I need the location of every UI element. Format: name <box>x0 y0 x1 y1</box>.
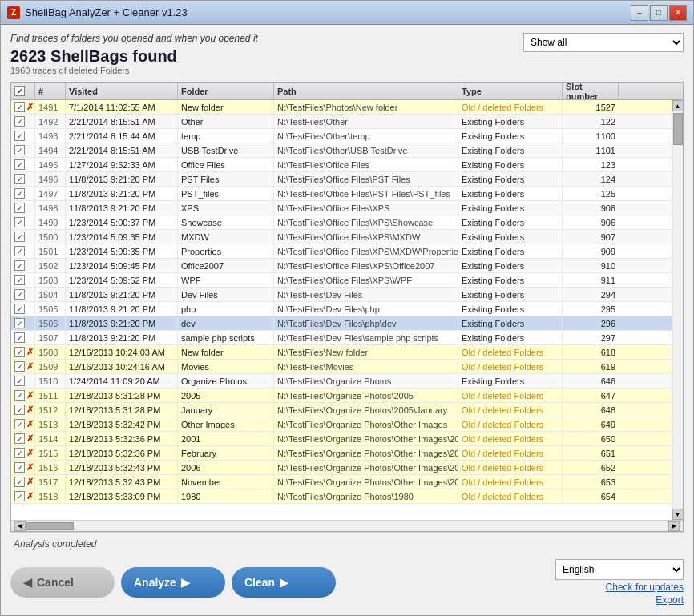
table-row[interactable]: ✓ ✗ 1518 12/18/2013 5:33:09 PM 1980 N:\T… <box>11 489 672 504</box>
row-checkbox[interactable]: ✓ <box>14 174 25 184</box>
table-row[interactable]: ✓ ✗ 1508 12/16/2013 10:24:03 AM New fold… <box>11 345 672 360</box>
row-check-cell[interactable]: ✓ <box>11 129 35 143</box>
table-row[interactable]: ✓ 1494 2/21/2014 8:15:51 AM USB TestDriv… <box>11 143 672 158</box>
header-checkbox[interactable]: ✓ <box>14 86 25 96</box>
row-checkbox[interactable]: ✓ <box>14 405 25 415</box>
row-checkbox[interactable]: ✓ <box>14 145 25 155</box>
row-checkbox[interactable]: ✓ <box>14 448 25 458</box>
table-row[interactable]: ✓ ✗ 1491 7/1/2014 11:02:55 AM New folder… <box>11 100 672 115</box>
th-visited[interactable]: Visited <box>66 83 178 99</box>
scroll-track[interactable] <box>673 111 683 509</box>
table-row[interactable]: ✓ 1492 2/21/2014 8:15:51 AM Other N:\Tes… <box>11 115 672 129</box>
row-checkbox[interactable]: ✓ <box>14 491 25 501</box>
table-body[interactable]: ✓ ✗ 1491 7/1/2014 11:02:55 AM New folder… <box>11 100 672 520</box>
row-checkbox[interactable]: ✓ <box>14 332 25 343</box>
h-scroll-thumb[interactable] <box>26 522 74 530</box>
row-check-cell[interactable]: ✓ ✗ <box>11 432 35 445</box>
table-row[interactable]: ✓ 1510 1/24/2014 11:09:20 AM Organize Ph… <box>11 374 672 389</box>
row-checkbox[interactable]: ✓ <box>14 246 25 256</box>
table-row[interactable]: ✓ ✗ 1514 12/18/2013 5:32:36 PM 2001 N:\T… <box>11 432 672 446</box>
horizontal-scrollbar[interactable]: ◀ ▶ <box>11 520 683 531</box>
row-check-cell[interactable]: ✓ ✗ <box>11 100 35 114</box>
scroll-right-arrow[interactable]: ▶ <box>668 521 680 531</box>
row-check-cell[interactable]: ✓ <box>11 288 35 301</box>
row-checkbox[interactable]: ✓ <box>14 275 25 285</box>
row-checkbox[interactable]: ✓ <box>14 203 25 213</box>
th-path[interactable]: Path <box>274 83 458 99</box>
row-check-cell[interactable]: ✓ ✗ <box>11 345 35 359</box>
table-row[interactable]: ✓ 1495 1/27/2014 9:52:33 AM Office Files… <box>11 158 672 172</box>
table-row[interactable]: ✓ ✗ 1512 12/18/2013 5:31:28 PM January N… <box>11 403 672 417</box>
row-checkbox[interactable]: ✓ <box>14 217 25 227</box>
table-row[interactable]: ✓ 1496 11/8/2013 9:21:20 PM PST Files N:… <box>11 172 672 187</box>
row-check-cell[interactable]: ✓ <box>11 316 35 330</box>
row-check-cell[interactable]: ✓ ✗ <box>11 360 35 373</box>
export-link[interactable]: Export <box>656 594 684 606</box>
row-check-cell[interactable]: ✓ <box>11 143 35 157</box>
row-check-cell[interactable]: ✓ <box>11 273 35 287</box>
row-check-cell[interactable]: ✓ <box>11 172 35 186</box>
check-updates-link[interactable]: Check for updates <box>606 582 684 593</box>
row-checkbox[interactable]: ✓ <box>14 159 25 170</box>
minimize-button[interactable]: – <box>631 5 648 21</box>
row-check-cell[interactable]: ✓ <box>11 201 35 215</box>
table-row[interactable]: ✓ 1505 11/8/2013 9:21:20 PM php N:\TestF… <box>11 302 672 316</box>
row-checkbox[interactable]: ✓ <box>14 347 25 357</box>
scroll-up-arrow[interactable]: ▲ <box>672 100 684 111</box>
analyze-button[interactable]: Analyze ▶ <box>121 567 225 598</box>
row-check-cell[interactable]: ✓ ✗ <box>11 403 35 417</box>
row-checkbox[interactable]: ✓ <box>14 304 25 314</box>
table-row[interactable]: ✓ 1493 2/21/2014 8:15:44 AM temp N:\Test… <box>11 129 672 143</box>
th-check[interactable]: ✓ <box>11 83 35 99</box>
table-row[interactable]: ✓ ✗ 1513 12/18/2013 5:32:42 PM Other Ima… <box>11 417 672 432</box>
table-row[interactable]: ✓ 1502 1/23/2014 5:09:45 PM Office2007 N… <box>11 259 672 273</box>
row-check-cell[interactable]: ✓ <box>11 187 35 200</box>
row-check-cell[interactable]: ✓ <box>11 244 35 258</box>
table-row[interactable]: ✓ 1507 11/8/2013 9:21:20 PM sample php s… <box>11 331 672 345</box>
row-checkbox[interactable]: ✓ <box>14 102 25 112</box>
row-check-cell[interactable]: ✓ <box>11 115 35 128</box>
table-row[interactable]: ✓ 1506 11/8/2013 9:21:20 PM dev N:\TestF… <box>11 316 672 331</box>
row-check-cell[interactable]: ✓ <box>11 331 35 344</box>
row-checkbox[interactable]: ✓ <box>14 116 25 127</box>
row-checkbox[interactable]: ✓ <box>14 232 25 242</box>
table-row[interactable]: ✓ 1503 1/23/2014 5:09:52 PM WPF N:\TestF… <box>11 273 672 288</box>
cancel-button[interactable]: ◀ Cancel <box>10 567 115 598</box>
table-row[interactable]: ✓ 1498 11/8/2013 9:21:20 PM XPS N:\TestF… <box>11 201 672 215</box>
close-button[interactable]: ✕ <box>669 5 687 21</box>
row-check-cell[interactable]: ✓ <box>11 230 35 244</box>
table-row[interactable]: ✓ ✗ 1509 12/16/2013 10:24:16 AM Movies N… <box>11 360 672 374</box>
filter-select[interactable]: Show all Existing Folders Old / deleted … <box>523 33 684 52</box>
scroll-down-arrow[interactable]: ▼ <box>672 509 684 520</box>
row-check-cell[interactable]: ✓ ✗ <box>11 389 35 402</box>
table-row[interactable]: ✓ 1499 1/23/2014 5:00:37 PM Showcase N:\… <box>11 215 672 230</box>
clean-button[interactable]: Clean ▶ <box>232 567 336 598</box>
th-type[interactable]: Type <box>458 83 563 99</box>
row-checkbox[interactable]: ✓ <box>14 419 25 429</box>
language-select[interactable]: English <box>555 559 684 580</box>
row-checkbox[interactable]: ✓ <box>14 462 25 473</box>
row-check-cell[interactable]: ✓ <box>11 259 35 272</box>
scroll-left-arrow[interactable]: ◀ <box>14 521 26 531</box>
table-row[interactable]: ✓ ✗ 1516 12/18/2013 5:32:43 PM 2006 N:\T… <box>11 461 672 475</box>
maximize-button[interactable]: □ <box>650 5 668 21</box>
table-row[interactable]: ✓ ✗ 1515 12/18/2013 5:32:36 PM February … <box>11 446 672 461</box>
row-checkbox[interactable]: ✓ <box>14 390 25 401</box>
row-check-cell[interactable]: ✓ ✗ <box>11 417 35 431</box>
row-checkbox[interactable]: ✓ <box>14 289 25 300</box>
row-check-cell[interactable]: ✓ ✗ <box>11 461 35 474</box>
row-checkbox[interactable]: ✓ <box>14 361 25 372</box>
table-row[interactable]: ✓ ✗ 1511 12/18/2013 5:31:28 PM 2005 N:\T… <box>11 389 672 403</box>
table-row[interactable]: ✓ 1504 11/8/2013 9:21:20 PM Dev Files N:… <box>11 288 672 302</box>
row-checkbox[interactable]: ✓ <box>14 260 25 271</box>
table-row[interactable]: ✓ 1500 1/23/2014 5:09:35 PM MXDW N:\Test… <box>11 230 672 244</box>
row-check-cell[interactable]: ✓ ✗ <box>11 489 35 503</box>
row-check-cell[interactable]: ✓ <box>11 302 35 316</box>
row-checkbox[interactable]: ✓ <box>14 131 25 141</box>
table-row[interactable]: ✓ ✗ 1517 12/18/2013 5:32:43 PM November … <box>11 475 672 489</box>
row-checkbox[interactable]: ✓ <box>14 318 25 328</box>
row-check-cell[interactable]: ✓ <box>11 374 35 388</box>
row-checkbox[interactable]: ✓ <box>14 376 25 386</box>
vertical-scrollbar[interactable]: ▲ ▼ <box>672 100 683 520</box>
th-number[interactable]: # <box>35 83 66 99</box>
